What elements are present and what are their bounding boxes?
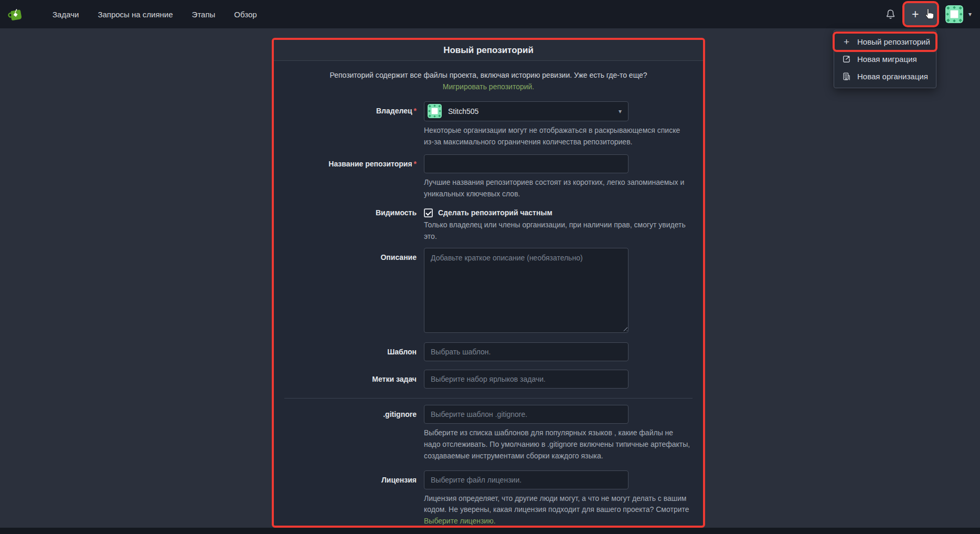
nav-item-pull-requests[interactable]: Запросы на слияние [98, 10, 173, 19]
chevron-down-icon: ▾ [619, 108, 622, 115]
menu-item-label: Новая организация [857, 72, 928, 81]
gitignore-label: .gitignore [280, 405, 417, 418]
migration-icon [842, 55, 851, 64]
owner-row: Владелец* [280, 101, 697, 154]
owner-label-text: Владелец [376, 107, 412, 115]
owner-help-text: Некоторые организации могут не отображат… [424, 125, 691, 148]
identicon-avatar-icon [945, 5, 963, 23]
repo-name-input[interactable] [424, 154, 629, 173]
visibility-help-text: Только владелец или члены организации, п… [424, 219, 691, 243]
template-control [424, 342, 695, 361]
license-input[interactable] [424, 470, 629, 489]
navbar-menu: Задачи Запросы на слияние Этапы Обзор [52, 10, 257, 19]
nav-item-milestones[interactable]: Этапы [192, 10, 216, 19]
visibility-label: Видимость [280, 207, 417, 217]
description-row: Описание [280, 248, 697, 333]
description-textarea[interactable] [424, 248, 629, 333]
description-label: Описание [280, 248, 417, 261]
intro-text: Репозиторий содержит все файлы проекта, … [329, 71, 647, 79]
private-checkbox[interactable] [424, 208, 433, 217]
repo-name-label-text: Название репозитория [328, 160, 412, 168]
template-input[interactable] [424, 342, 629, 361]
nav-item-issues[interactable]: Задачи [52, 10, 79, 19]
gitignore-help-text: Выберите из списка шаблонов для популярн… [424, 427, 691, 462]
plus-icon: + [912, 8, 919, 20]
migrate-repository-link[interactable]: Мигрировать репозиторий. [443, 82, 535, 91]
user-menu-caret-icon[interactable]: ▾ [968, 11, 972, 18]
navbar: Задачи Запросы на слияние Этапы Обзор + [0, 0, 980, 28]
repo-name-control: Лучшие названия репозиториев состоят из … [424, 154, 695, 207]
required-marker: * [414, 107, 417, 115]
issue-labels-row: Метки задач [280, 370, 697, 389]
gitea-logo-icon[interactable] [7, 6, 23, 22]
license-help-text: Лицензия определяет, что другие люди мог… [424, 493, 691, 528]
gitignore-control: Выберите из списка шаблонов для популярн… [424, 405, 695, 470]
mouse-hand-cursor-icon [922, 7, 936, 21]
screen: Задачи Запросы на слияние Этапы Обзор + [0, 0, 980, 534]
visibility-row: Видимость Сделать репозиторий частным То… [280, 207, 697, 248]
license-help-body: Лицензия определяет, что другие люди мог… [424, 494, 689, 514]
create-new-button[interactable]: + [904, 3, 937, 25]
gitignore-input[interactable] [424, 405, 629, 424]
user-avatar[interactable] [945, 5, 963, 23]
repo-name-label: Название репозитория* [280, 154, 417, 168]
required-marker: * [414, 160, 417, 168]
gitea-cup-icon [7, 6, 23, 22]
private-checkbox-label: Сделать репозиторий частным [438, 208, 552, 217]
description-control [424, 248, 629, 333]
notifications-bell-icon[interactable] [885, 8, 896, 20]
template-label: Шаблон [280, 342, 417, 356]
license-label: Лицензия [280, 470, 417, 484]
template-row: Шаблон [280, 342, 697, 361]
license-row: Лицензия Лицензия определяет, что другие… [280, 470, 697, 528]
create-new-dropdown-menu: + Новый репозиторий Новая миграция [834, 30, 936, 88]
organization-icon [842, 72, 851, 81]
owner-control: Stitch505 ▾ Некоторые организации могут … [424, 101, 695, 154]
nav-item-explore[interactable]: Обзор [234, 10, 257, 19]
repo-name-row: Название репозитория* Лучшие названия ре… [280, 154, 697, 207]
form-intro-text: Репозиторий содержит все файлы проекта, … [321, 69, 656, 93]
form-title: Новый репозиторий [274, 40, 703, 61]
new-repository-form-panel: Новый репозиторий Репозиторий содержит в… [272, 38, 705, 528]
repo-name-help-text: Лучшие названия репозиториев состоят из … [424, 177, 691, 200]
gitignore-row: .gitignore Выберите из списка шаблонов д… [280, 405, 697, 470]
owner-label: Владелец* [280, 101, 417, 115]
issue-labels-control [424, 370, 695, 389]
owner-avatar [428, 104, 442, 118]
owner-select[interactable]: Stitch505 ▾ [424, 101, 629, 121]
owner-value: Stitch505 [448, 107, 619, 116]
section-divider [284, 398, 693, 399]
menu-item-label: Новый репозиторий [857, 37, 930, 46]
menu-item-new-repository[interactable]: + Новый репозиторий [834, 33, 936, 50]
issue-labels-input[interactable] [424, 370, 629, 389]
form-body: Репозиторий содержит все файлы проекта, … [274, 61, 703, 527]
visibility-control: Сделать репозиторий частным Только владе… [424, 207, 695, 248]
plus-icon: + [842, 37, 851, 46]
bottom-strip [0, 528, 980, 534]
menu-item-new-organization[interactable]: Новая организация [834, 68, 936, 85]
navbar-right: + [885, 3, 972, 25]
issue-labels-label: Метки задач [280, 370, 417, 383]
choose-license-link[interactable]: Выберите лицензию. [424, 517, 496, 525]
license-control: Лицензия определяет, что другие люди мог… [424, 470, 695, 528]
menu-item-new-migration[interactable]: Новая миграция [834, 50, 936, 68]
menu-item-label: Новая миграция [857, 55, 917, 64]
